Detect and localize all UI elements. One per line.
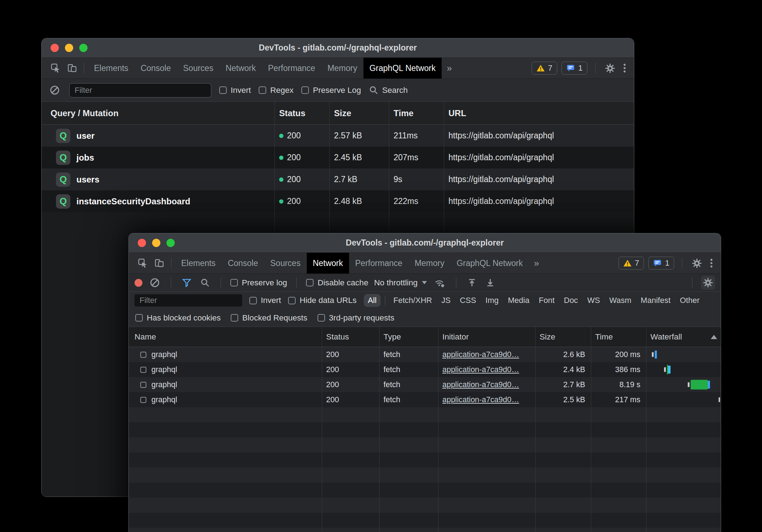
tab-elements[interactable]: Elements xyxy=(88,58,135,79)
clear-icon[interactable] xyxy=(48,84,61,97)
filter-chip-other[interactable]: Other xyxy=(676,294,704,307)
query-row[interactable]: Q jobs 200 2.45 kB 207ms https://gitlab.… xyxy=(42,147,634,168)
close-window-button[interactable] xyxy=(51,44,59,52)
tab-graphql-network[interactable]: GraphQL Network xyxy=(451,253,529,274)
initiator-link[interactable]: application-a7ca9d0… xyxy=(442,380,519,389)
settings-gear-icon[interactable] xyxy=(690,257,704,270)
row-checkbox[interactable] xyxy=(140,352,146,358)
more-tabs-chevron-icon[interactable]: » xyxy=(529,253,544,274)
query-row[interactable]: Q users 200 2.7 kB 9s https://gitlab.com… xyxy=(42,168,634,190)
row-checkbox[interactable] xyxy=(140,397,146,403)
zoom-window-button[interactable] xyxy=(79,44,88,52)
regex-checkbox[interactable] xyxy=(259,86,266,94)
time-cell: 207ms xyxy=(389,153,444,162)
tab-sources[interactable]: Sources xyxy=(177,58,219,79)
column-header-waterfall[interactable]: Waterfall xyxy=(646,332,721,342)
tab-performance[interactable]: Performance xyxy=(262,58,321,79)
preserve-log-checkbox[interactable] xyxy=(230,279,238,286)
clear-icon[interactable] xyxy=(148,276,161,289)
request-row[interactable]: graphql 200 fetch application-a7ca9d0… 2… xyxy=(129,377,721,392)
invert-checkbox[interactable] xyxy=(249,297,257,304)
column-header-name[interactable]: Name xyxy=(129,332,322,342)
more-menu-icon[interactable] xyxy=(708,257,715,270)
query-row[interactable]: Q instanceSecurityDashboard 200 2.48 kB … xyxy=(42,190,634,212)
query-row[interactable]: Q user 200 2.57 kB 211ms https://gitlab.… xyxy=(42,125,634,147)
column-header-initiator[interactable]: Initiator xyxy=(438,332,535,342)
invert-checkbox[interactable] xyxy=(219,86,227,94)
filter-chip-manifest[interactable]: Manifest xyxy=(637,294,674,307)
tab-sources[interactable]: Sources xyxy=(264,253,306,274)
filter-input[interactable] xyxy=(135,294,242,307)
more-tabs-chevron-icon[interactable]: » xyxy=(442,58,457,79)
filter-chip-doc[interactable]: Doc xyxy=(560,294,582,307)
filter-chip-js[interactable]: JS xyxy=(437,294,455,307)
hide-data-urls-checkbox[interactable] xyxy=(288,297,296,304)
tab-network[interactable]: Network xyxy=(220,58,262,79)
export-har-icon[interactable] xyxy=(484,276,497,289)
filter-chip-wasm[interactable]: Wasm xyxy=(605,294,635,307)
record-button[interactable] xyxy=(135,279,142,287)
inspect-icon[interactable] xyxy=(135,253,151,274)
tab-console[interactable]: Console xyxy=(135,58,177,79)
column-header-time[interactable]: Time xyxy=(591,332,646,342)
throttling-select[interactable]: No throttling xyxy=(374,278,427,288)
filter-chip-ws[interactable]: WS xyxy=(583,294,604,307)
zoom-window-button[interactable] xyxy=(166,239,175,247)
close-window-button[interactable] xyxy=(138,239,146,247)
sort-ascending-icon[interactable] xyxy=(711,335,717,339)
preserve-log-checkbox[interactable] xyxy=(301,86,309,94)
minimize-window-button[interactable] xyxy=(65,44,73,52)
column-header-query-mutation[interactable]: Query / Mutation xyxy=(42,108,274,118)
row-checkbox[interactable] xyxy=(140,382,146,388)
filter-chip-fetch-xhr[interactable]: Fetch/XHR xyxy=(390,294,436,307)
column-header-status[interactable]: Status xyxy=(322,332,379,342)
filter-funnel-icon[interactable] xyxy=(180,276,193,289)
filter-chip-font[interactable]: Font xyxy=(535,294,559,307)
has-blocked-cookies-checkbox[interactable] xyxy=(135,314,143,322)
more-menu-icon[interactable] xyxy=(621,62,628,75)
column-header-url[interactable]: URL xyxy=(444,108,634,118)
search-icon[interactable] xyxy=(199,276,211,289)
messages-badge[interactable]: 1 xyxy=(561,62,587,75)
device-toolbar-icon[interactable] xyxy=(64,58,80,79)
messages-badge[interactable]: 1 xyxy=(648,257,674,270)
column-header-status[interactable]: Status xyxy=(274,108,329,118)
tab-elements[interactable]: Elements xyxy=(175,253,222,274)
filter-chip-all[interactable]: All xyxy=(364,294,380,307)
tab-memory[interactable]: Memory xyxy=(321,58,363,79)
inspect-icon[interactable] xyxy=(47,58,64,79)
tab-console[interactable]: Console xyxy=(222,253,264,274)
minimize-window-button[interactable] xyxy=(152,239,160,247)
filter-chip-css[interactable]: CSS xyxy=(456,294,480,307)
third-party-requests-checkbox[interactable] xyxy=(318,314,325,322)
tab-graphql-network[interactable]: GraphQL Network xyxy=(363,58,442,79)
filter-input[interactable] xyxy=(69,83,211,98)
column-header-type[interactable]: Type xyxy=(379,332,438,342)
warnings-badge[interactable]: 7 xyxy=(618,257,644,270)
tab-network[interactable]: Network xyxy=(307,253,349,274)
network-conditions-icon[interactable] xyxy=(433,276,447,289)
row-checkbox[interactable] xyxy=(140,367,146,373)
filter-chip-img[interactable]: Img xyxy=(481,294,503,307)
request-row[interactable]: graphql 200 fetch application-a7ca9d0… 2… xyxy=(129,392,721,407)
column-header-time[interactable]: Time xyxy=(389,108,444,118)
settings-gear-icon[interactable] xyxy=(603,62,617,75)
url-cell: https://gitlab.com/api/graphql xyxy=(444,196,634,206)
device-toolbar-icon[interactable] xyxy=(151,253,168,274)
request-row[interactable]: graphql 200 fetch application-a7ca9d0… 2… xyxy=(129,362,721,377)
initiator-link[interactable]: application-a7ca9d0… xyxy=(442,395,519,404)
initiator-link[interactable]: application-a7ca9d0… xyxy=(442,365,519,374)
initiator-link[interactable]: application-a7ca9d0… xyxy=(442,350,519,359)
disable-cache-checkbox[interactable] xyxy=(306,279,314,286)
search-button[interactable]: Search xyxy=(369,85,408,95)
import-har-icon[interactable] xyxy=(466,276,478,289)
column-header-size[interactable]: Size xyxy=(535,332,591,342)
filter-chip-media[interactable]: Media xyxy=(504,294,533,307)
column-header-size[interactable]: Size xyxy=(329,108,389,118)
warnings-badge[interactable]: 7 xyxy=(532,62,557,75)
tab-performance[interactable]: Performance xyxy=(349,253,409,274)
network-settings-button[interactable] xyxy=(701,276,715,290)
blocked-requests-checkbox[interactable] xyxy=(231,314,238,322)
request-row[interactable]: graphql 200 fetch application-a7ca9d0… 2… xyxy=(129,347,721,362)
tab-memory[interactable]: Memory xyxy=(409,253,451,274)
